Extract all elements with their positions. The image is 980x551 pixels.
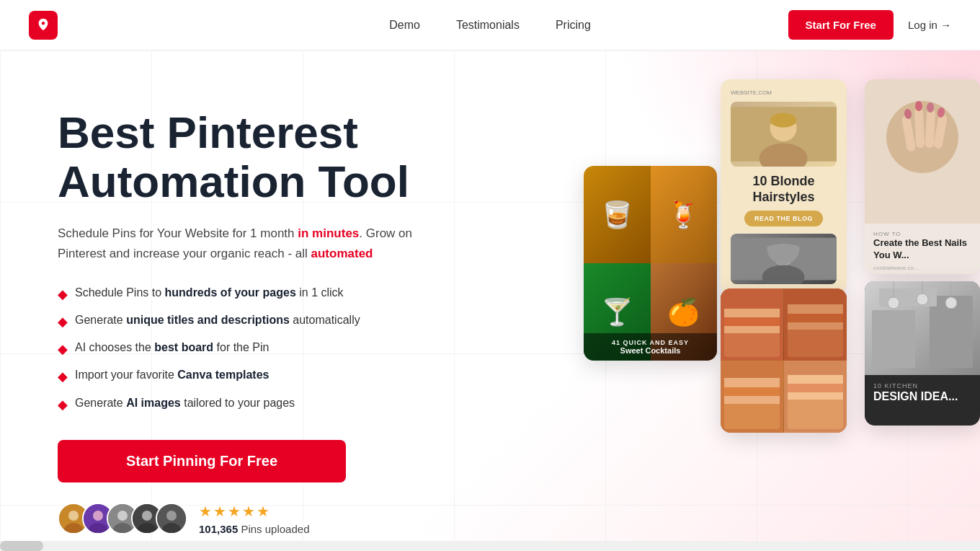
blonde-website: WEBSITE.COM bbox=[731, 89, 837, 96]
avatar-5 bbox=[156, 503, 187, 534]
feature-item-5: ◆ Generate AI images tailored to your pa… bbox=[58, 395, 447, 414]
highlight-automated: automated bbox=[311, 247, 373, 260]
svg-point-1 bbox=[68, 511, 79, 521]
bullet-4: ◆ bbox=[58, 368, 68, 386]
svg-point-4 bbox=[93, 511, 103, 521]
highlight-minutes: in minutes bbox=[298, 226, 359, 240]
bullet-2: ◆ bbox=[58, 313, 68, 331]
svg-rect-46 bbox=[724, 316, 780, 326]
bullet-1: ◆ bbox=[58, 286, 68, 304]
nails-image bbox=[865, 79, 980, 224]
cocktail-label: 41 QUICK AND EASY bbox=[589, 339, 711, 346]
logo-icon bbox=[29, 11, 58, 40]
feature-item-3: ◆ AI chooses the best board for the Pin bbox=[58, 340, 447, 358]
blonde-cta-button[interactable]: READ THE BLOG bbox=[744, 211, 823, 226]
feature-text-2: Generate unique titles and descriptions … bbox=[75, 312, 360, 328]
nav-link-testimonials[interactable]: Testimonials bbox=[456, 19, 520, 32]
nails-title: Create the Best Nails You W... bbox=[873, 237, 971, 262]
nav-link-demo[interactable]: Demo bbox=[389, 19, 420, 32]
feature-text-3: AI chooses the best board for the Pin bbox=[75, 340, 269, 356]
lasagna-cell-1 bbox=[721, 288, 784, 361]
feature-text-5: Generate AI images tailored to your page… bbox=[75, 395, 295, 411]
start-pinning-button[interactable]: Start Pinning For Free bbox=[58, 440, 346, 482]
star-4: ★ bbox=[242, 503, 255, 520]
hero-content: Best Pinterest Automation Tool Schedule … bbox=[58, 94, 447, 535]
feature-text-4: Import your favorite Canva templates bbox=[75, 367, 269, 383]
blonde-title: 10 Blonde Hairstyles bbox=[731, 174, 837, 205]
nails-text-area: HOW TO Create the Best Nails You W... co… bbox=[865, 224, 980, 274]
kitchen-text: 10 KITCHEN DESIGN IDEA... bbox=[865, 375, 980, 410]
features-list: ◆ Schedule Pins to hundreds of your page… bbox=[58, 285, 447, 414]
svg-rect-61 bbox=[788, 382, 843, 392]
svg-rect-62 bbox=[788, 375, 843, 384]
nav-links: Demo Testimonials Pricing bbox=[389, 19, 591, 32]
svg-point-7 bbox=[117, 511, 128, 521]
logo[interactable] bbox=[29, 11, 58, 40]
social-proof: ★ ★ ★ ★ ★ 101,365 Pins uploaded bbox=[58, 503, 447, 535]
card-nails: HOW TO Create the Best Nails You W... co… bbox=[865, 79, 980, 274]
lasagna-cell-2 bbox=[784, 288, 847, 361]
star-rating: ★ ★ ★ ★ ★ bbox=[199, 503, 309, 520]
login-button[interactable]: Log in → bbox=[908, 19, 951, 31]
svg-rect-49 bbox=[788, 328, 843, 357]
feature-item-1: ◆ Schedule Pins to hundreds of your page… bbox=[58, 285, 447, 304]
feature-item-4: ◆ Import your favorite Canva templates bbox=[58, 367, 447, 386]
star-3: ★ bbox=[228, 503, 241, 520]
blonde-image-top bbox=[731, 102, 837, 167]
svg-rect-54 bbox=[724, 402, 780, 429]
bullet-3: ◆ bbox=[58, 340, 68, 358]
svg-point-10 bbox=[142, 511, 152, 521]
svg-rect-47 bbox=[724, 309, 780, 317]
blonde-image-bottom bbox=[731, 234, 837, 284]
scrollbar-thumb[interactable] bbox=[0, 541, 43, 551]
cocktail-overlay: 41 QUICK AND EASY Sweet Cocktails bbox=[584, 333, 717, 361]
kitchen-image bbox=[865, 281, 980, 375]
hero-images: 🥃 🍹 🍸 🍊 41 QUICK AND EASY Sweet Cocktail… bbox=[562, 79, 980, 551]
star-2: ★ bbox=[213, 503, 226, 520]
start-for-free-button[interactable]: Start For Free bbox=[788, 10, 894, 40]
svg-rect-44 bbox=[724, 332, 780, 357]
proof-text: ★ ★ ★ ★ ★ 101,365 Pins uploaded bbox=[199, 503, 309, 535]
hero-section: Best Pinterest Automation Tool Schedule … bbox=[0, 50, 980, 551]
kitchen-label-text: 10 KITCHEN bbox=[873, 382, 971, 389]
svg-rect-59 bbox=[788, 398, 843, 429]
avatar-group bbox=[58, 503, 187, 534]
navbar: Demo Testimonials Pricing Start For Free… bbox=[0, 0, 980, 50]
feature-text-1: Schedule Pins to hundreds of your pages … bbox=[75, 285, 344, 301]
svg-point-38 bbox=[917, 294, 928, 305]
svg-rect-57 bbox=[724, 378, 780, 387]
svg-point-39 bbox=[945, 297, 957, 309]
svg-rect-51 bbox=[788, 312, 843, 322]
lasagna-cell-4 bbox=[784, 361, 847, 433]
nails-site: cocktailwave.co... bbox=[873, 265, 971, 271]
kitchen-title: DESIGN IDEA... bbox=[873, 389, 971, 403]
svg-point-13 bbox=[166, 511, 177, 521]
scrollbar[interactable] bbox=[0, 541, 980, 551]
card-kitchen: 10 KITCHEN DESIGN IDEA... bbox=[865, 281, 980, 426]
nav-link-pricing[interactable]: Pricing bbox=[556, 19, 591, 32]
feature-item-2: ◆ Generate unique titles and description… bbox=[58, 312, 447, 331]
nav-actions: Start For Free Log in → bbox=[788, 10, 951, 40]
cocktail-sublabel: Sweet Cocktails bbox=[589, 346, 711, 355]
svg-rect-34 bbox=[872, 310, 915, 368]
pins-count: 101,365 Pins uploaded bbox=[199, 523, 309, 535]
card-blonde: WEBSITE.COM 10 Blonde Hairstyles READ TH… bbox=[721, 79, 847, 294]
star-half: ★ bbox=[257, 503, 270, 520]
hero-subtitle: Schedule Pins for Your Website for 1 mon… bbox=[58, 224, 447, 263]
lasagna-cell-3 bbox=[721, 361, 784, 433]
svg-rect-52 bbox=[788, 304, 843, 314]
svg-rect-56 bbox=[724, 386, 780, 396]
svg-point-37 bbox=[888, 297, 899, 309]
card-lasagna bbox=[721, 288, 847, 433]
hero-title: Best Pinterest Automation Tool bbox=[58, 108, 447, 206]
bullet-5: ◆ bbox=[58, 396, 68, 414]
nails-how: HOW TO bbox=[873, 231, 971, 237]
card-cocktail: 🥃 🍹 🍸 🍊 41 QUICK AND EASY Sweet Cocktail… bbox=[584, 166, 717, 361]
svg-point-18 bbox=[770, 113, 797, 128]
star-1: ★ bbox=[199, 503, 212, 520]
